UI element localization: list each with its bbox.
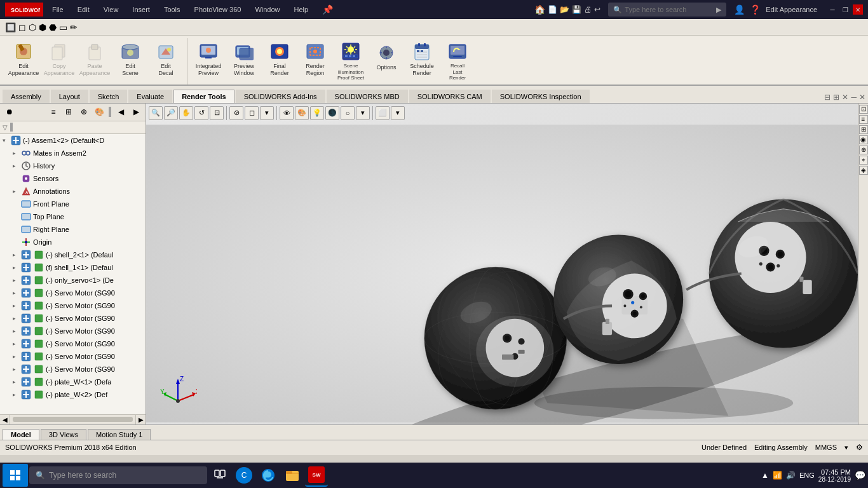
- tree-item-shell1[interactable]: ▸ (f) shell_1<1> (Defaul: [0, 261, 146, 274]
- task-view-button[interactable]: [208, 464, 231, 487]
- tab-solidworks-inspection[interactable]: SOLIDWORKS Inspection: [492, 90, 590, 103]
- search-go-icon[interactable]: ▶: [716, 6, 721, 14]
- notifications-icon[interactable]: ▲: [761, 471, 769, 480]
- btab-model[interactable]: Model: [3, 429, 39, 440]
- vp-zoom-in[interactable]: 🔎: [164, 106, 178, 120]
- tab-render-tools[interactable]: Render Tools: [173, 90, 234, 103]
- windows-search-bar[interactable]: 🔍 Type here to search: [29, 466, 207, 484]
- vp-arrow3[interactable]: ▾: [391, 106, 405, 120]
- 3d-viewport[interactable]: 🔍 🔎 ✋ ↺ ⊡ ⊘ ◻ ▾ 👁 🎨 💡 🌑 ○ ▾ ⬜ ▾: [146, 104, 858, 424]
- qa-pen[interactable]: ✏: [70, 22, 78, 32]
- vp-hand[interactable]: ✋: [179, 106, 193, 120]
- sidebar-scroll-right[interactable]: ▶: [135, 414, 146, 424]
- solidworks-taskbar-icon[interactable]: SW: [305, 464, 328, 487]
- qa-new[interactable]: 🔲: [5, 22, 16, 32]
- qa-box1[interactable]: ◻: [18, 22, 26, 32]
- vp-zoom-select[interactable]: 🔍: [149, 106, 163, 120]
- vp-rotate[interactable]: ↺: [194, 106, 208, 120]
- tree-item-top-plane[interactable]: Top Plane: [0, 210, 146, 223]
- restore-button[interactable]: ❐: [840, 4, 850, 15]
- print-icon[interactable]: 🖨: [584, 5, 592, 14]
- tree-item-servo6[interactable]: ▸ (-) Servo Motor (SG90: [0, 350, 146, 363]
- crosshair-icon[interactable]: ⊕: [77, 105, 91, 119]
- next-icon[interactable]: ▶: [129, 105, 143, 119]
- tree-item-annotations[interactable]: ▸ A Annotations: [0, 185, 146, 198]
- vp-display-style[interactable]: ◻: [245, 106, 259, 120]
- vp-section[interactable]: ⊘: [229, 106, 243, 120]
- close-button[interactable]: ✕: [853, 4, 863, 15]
- menu-tools[interactable]: Tools: [159, 4, 186, 15]
- btab-motion-study[interactable]: Motion Study 1: [88, 429, 151, 440]
- tab-assembly[interactable]: Assembly: [3, 90, 50, 103]
- render-region-button[interactable]: RenderRegion: [298, 38, 332, 80]
- tree-item-servo5[interactable]: ▸ (-) Servo Motor (SG90: [0, 337, 146, 350]
- rp-btn3[interactable]: ⊞: [859, 125, 868, 134]
- scene-illumination-button[interactable]: SceneIlluminationProof Sheet: [334, 38, 368, 85]
- vp-arrow2[interactable]: ▾: [356, 106, 370, 120]
- vp-zoom-fit[interactable]: ⊡: [210, 106, 224, 120]
- edit-scene-button[interactable]: EditScene: [113, 38, 147, 80]
- tab-solidworks-cam[interactable]: SOLIDWORKS CAM: [409, 90, 491, 103]
- options-button[interactable]: Options: [369, 38, 403, 75]
- qa-shape2[interactable]: ⬢: [39, 22, 46, 32]
- pin-ribbon-icon[interactable]: ✕: [842, 93, 848, 102]
- undo-icon[interactable]: ↩: [594, 5, 600, 14]
- menu-file[interactable]: File: [47, 4, 69, 15]
- file-explorer-icon[interactable]: [281, 464, 304, 487]
- tree-item-origin[interactable]: Origin: [0, 236, 146, 248]
- user-icon[interactable]: 👤: [734, 4, 745, 15]
- recall-last-render-button[interactable]: RecallLastRender: [440, 38, 475, 85]
- tab-solidworks-mbd[interactable]: SOLIDWORKS MBD: [327, 90, 408, 103]
- tree-item-only-servo[interactable]: ▸ (-) only_servo<1> (De: [0, 274, 146, 287]
- menu-window[interactable]: Window: [250, 4, 285, 15]
- expand-ribbon-icon[interactable]: ⊞: [833, 93, 839, 102]
- network-icon[interactable]: 📶: [773, 471, 782, 480]
- rp-btn1[interactable]: ⊡: [859, 105, 868, 114]
- vp-arrow1[interactable]: ▾: [260, 106, 274, 120]
- system-clock[interactable]: 07:45 PM 28-12-2019: [818, 468, 851, 483]
- minimize-button[interactable]: ─: [827, 4, 837, 15]
- final-render-button[interactable]: FinalRender: [262, 38, 297, 80]
- vp-appearances[interactable]: 🎨: [295, 106, 309, 120]
- tab-sketch[interactable]: Sketch: [90, 90, 128, 103]
- tree-item-servo2[interactable]: ▸ (-) Servo Motor (SG90: [0, 299, 146, 312]
- edge-icon[interactable]: [257, 464, 280, 487]
- menu-photoview[interactable]: PhotoView 360: [189, 4, 247, 15]
- menu-edit[interactable]: Edit: [72, 4, 95, 15]
- tab-layout[interactable]: Layout: [51, 90, 88, 103]
- minimize-ribbon-icon[interactable]: ─: [851, 93, 857, 102]
- tree-item-front-plane[interactable]: Front Plane: [0, 198, 146, 210]
- preview-window-button[interactable]: PreviewWindow: [227, 38, 261, 80]
- qa-shape3[interactable]: ⬣: [49, 22, 57, 32]
- community-search[interactable]: [625, 6, 714, 13]
- volume-icon[interactable]: 🔊: [786, 471, 796, 480]
- schedule-render-button[interactable]: ScheduleRender: [405, 38, 439, 80]
- tree-item-shell2[interactable]: ▸ (-) shell_2<1> (Defaul: [0, 248, 146, 261]
- tree-item-root[interactable]: ▾ (-) Assem1<2> (Default<D: [0, 134, 146, 147]
- tree-item-servo4[interactable]: ▸ (-) Servo Motor (SG90: [0, 325, 146, 337]
- grid-view-icon[interactable]: ⊞: [62, 105, 76, 119]
- tree-item-servo7[interactable]: ▸ (-) Servo Motor (SG90: [0, 363, 146, 376]
- prev-icon[interactable]: ◀: [114, 105, 128, 119]
- filter-icon[interactable]: ⏺: [3, 105, 17, 119]
- help-icon[interactable]: ❓: [750, 4, 761, 15]
- rp-btn2[interactable]: ≡: [859, 115, 868, 124]
- tab-evaluate[interactable]: Evaluate: [128, 90, 172, 103]
- tree-item-plate-w[interactable]: ▸ (-) plate_W<1> (Defa: [0, 376, 146, 388]
- menu-insert[interactable]: Insert: [127, 4, 155, 15]
- edit-appearance-button[interactable]: EditAppearance: [6, 38, 41, 80]
- 3d-scene[interactable]: [146, 123, 858, 424]
- btab-3dviews[interactable]: 3D Views: [41, 429, 86, 440]
- menu-view[interactable]: View: [98, 4, 124, 15]
- tree-item-mates[interactable]: ▸ Mates in Assem2: [0, 147, 146, 159]
- rp-btn4[interactable]: ◉: [859, 135, 868, 144]
- tree-item-servo3[interactable]: ▸ (-) Servo Motor (SG90: [0, 312, 146, 325]
- vp-hide-show[interactable]: 👁: [280, 106, 294, 120]
- tab-solidworks-addins[interactable]: SOLIDWORKS Add-Ins: [236, 90, 325, 103]
- edit-decal-button[interactable]: EditDecal: [149, 38, 183, 80]
- status-settings-icon[interactable]: ⚙: [856, 443, 863, 452]
- tree-item-history[interactable]: ▸ History: [0, 159, 146, 172]
- qa-shape4[interactable]: ▭: [59, 22, 67, 32]
- sidebar-scroll-left[interactable]: ◀: [0, 414, 10, 424]
- tree-item-sensors[interactable]: Sensors: [0, 172, 146, 185]
